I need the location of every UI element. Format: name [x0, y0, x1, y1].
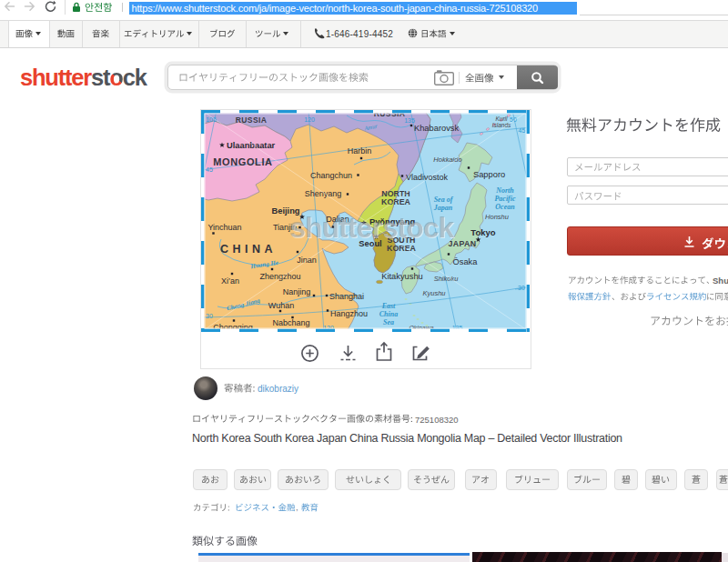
svg-text:120: 120	[304, 116, 315, 123]
svg-text:Kyushu: Kyushu	[422, 289, 446, 297]
svg-text:Yinchuan: Yinchuan	[207, 223, 241, 232]
svg-text:CHINA: CHINA	[220, 243, 277, 256]
svg-text:30: 30	[206, 313, 213, 319]
svg-text:Shenyang: Shenyang	[305, 189, 342, 198]
svg-text:Nanjing: Nanjing	[283, 287, 311, 296]
svg-text:RUSSIA: RUSSIA	[236, 115, 268, 125]
svg-text:Islands: Islands	[492, 122, 511, 128]
svg-text:Vladivostok: Vladivostok	[406, 173, 449, 182]
svg-text:Hokkaido: Hokkaido	[433, 156, 461, 164]
svg-text:Kitakyushu: Kitakyushu	[381, 272, 422, 281]
svg-text:Nabchang: Nabchang	[272, 318, 309, 327]
svg-text:Sapporo: Sapporo	[473, 170, 505, 179]
svg-text:Khabarovsk: Khabarovsk	[414, 124, 459, 133]
svg-text:Xi’an: Xi’an	[221, 276, 239, 286]
svg-text:Harbin: Harbin	[348, 146, 372, 156]
svg-text:North: North	[495, 186, 514, 195]
svg-text:45: 45	[206, 166, 213, 173]
svg-text:MONGOLIA: MONGOLIA	[213, 156, 272, 167]
svg-text:China: China	[379, 310, 398, 318]
svg-text:shutterstock: shutterstock	[289, 211, 454, 244]
svg-text:Pacific: Pacific	[494, 195, 516, 203]
svg-text:Ulaanbaatar: Ulaanbaatar	[227, 141, 276, 150]
svg-text:Sea of: Sea of	[434, 196, 454, 204]
svg-text:Jinan: Jinan	[297, 256, 317, 265]
svg-text:Tokyo: Tokyo	[470, 227, 495, 237]
svg-text:Zhengzhou: Zhengzhou	[259, 272, 300, 281]
svg-text:Wuhan: Wuhan	[268, 301, 294, 310]
svg-text:Kuril: Kuril	[495, 115, 508, 122]
svg-text:Sea: Sea	[383, 318, 394, 326]
svg-text:Ōsaka: Ōsaka	[453, 257, 479, 266]
svg-text:135: 135	[404, 117, 415, 124]
svg-text:30: 30	[518, 285, 525, 291]
svg-text:45: 45	[519, 127, 526, 134]
svg-text:Changchun: Changchun	[310, 171, 352, 180]
svg-text:KOREA: KOREA	[381, 197, 410, 206]
svg-text:Honshu: Honshu	[485, 213, 510, 221]
svg-text:Hangzhou: Hangzhou	[330, 309, 368, 318]
svg-text:Shanghai: Shanghai	[329, 292, 364, 301]
svg-text:East: East	[381, 302, 396, 310]
svg-text:Ocean: Ocean	[495, 203, 515, 211]
